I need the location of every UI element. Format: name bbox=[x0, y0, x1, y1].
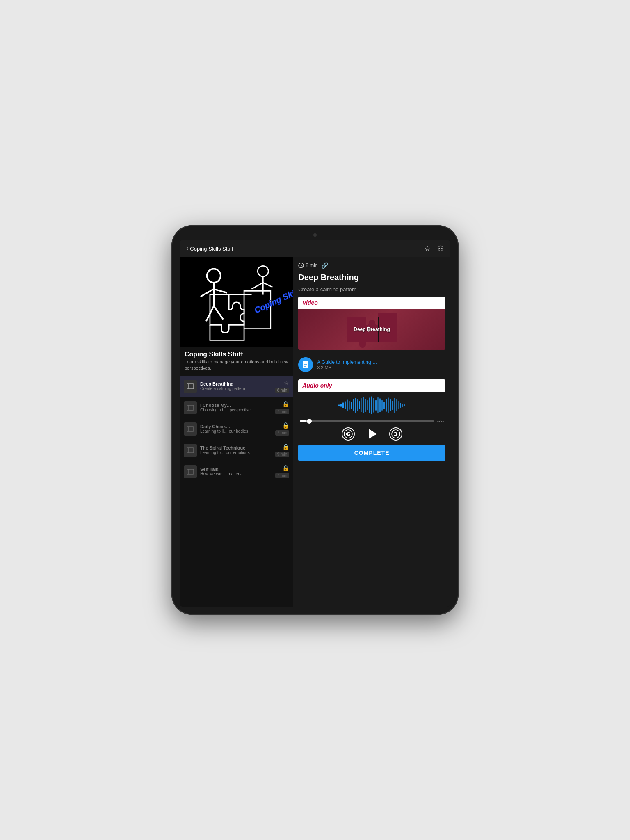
waveform-bar bbox=[386, 399, 387, 412]
video-thumbnail-text: Deep Breathing bbox=[354, 326, 390, 332]
lesson-info: The Spiral Technique Learning to… our em… bbox=[200, 445, 272, 455]
hero-image: Coping Skills Coping Skills bbox=[180, 257, 293, 347]
lesson-right: 🔒 7 min bbox=[275, 465, 289, 478]
tablet-screen: ‹ Coping Skills Stuff ☆ ⚇ bbox=[180, 240, 450, 607]
waveform-bar bbox=[377, 397, 379, 413]
document-icon bbox=[298, 357, 313, 372]
progress-filled bbox=[300, 420, 306, 422]
waveform-bar bbox=[365, 399, 366, 412]
star-icon[interactable]: ☆ bbox=[424, 244, 431, 253]
lock-icon: 🔒 bbox=[282, 401, 289, 407]
doc-title: A Guide to Implementing … bbox=[317, 359, 445, 365]
lesson-right: 🔒 7 min bbox=[275, 422, 289, 436]
lesson-title: I Choose My… bbox=[200, 403, 272, 408]
waveform-bar bbox=[349, 401, 350, 410]
svg-rect-19 bbox=[187, 448, 194, 453]
right-panel: 8 min 🔗 Deep Breathing Create a calming … bbox=[293, 257, 450, 607]
svg-rect-13 bbox=[187, 384, 194, 389]
lesson-info: Self Talk How we can… matters bbox=[200, 467, 272, 476]
list-item[interactable]: I Choose My… Choosing a b… perspective 🔒… bbox=[180, 397, 293, 418]
lesson-list: Deep Breathing Create a calming pattern … bbox=[180, 374, 293, 607]
lesson-info: I Choose My… Choosing a b… perspective bbox=[200, 403, 272, 412]
lesson-subtitle: Learning to… our emotions bbox=[200, 450, 272, 455]
nav-icons: ☆ ⚇ bbox=[424, 244, 444, 253]
lesson-info: Deep Breathing Create a calming pattern bbox=[200, 381, 272, 391]
waveform-bar bbox=[394, 398, 395, 413]
svg-rect-15 bbox=[187, 405, 194, 410]
lesson-icon bbox=[184, 465, 197, 478]
link-icon[interactable]: ⚇ bbox=[437, 244, 444, 253]
waveform-bar bbox=[340, 404, 342, 407]
rewind-button[interactable]: 15 bbox=[342, 427, 355, 441]
share-icon[interactable]: 🔗 bbox=[321, 262, 328, 269]
forward-button[interactable]: 15 bbox=[389, 427, 402, 441]
tablet-frame: ‹ Coping Skills Stuff ☆ ⚇ bbox=[171, 225, 459, 615]
waveform-bar bbox=[400, 403, 401, 408]
lesson-duration: 8 min bbox=[275, 388, 289, 393]
duration-label: 8 min bbox=[306, 262, 317, 268]
back-button[interactable]: ‹ Coping Skills Stuff bbox=[186, 245, 233, 252]
waveform-bar bbox=[402, 404, 403, 407]
svg-rect-21 bbox=[187, 469, 194, 474]
waveform-bar bbox=[388, 397, 389, 413]
lesson-subtitle: How we can… matters bbox=[200, 472, 272, 476]
waveform-bar bbox=[367, 400, 368, 410]
back-label: Coping Skills Stuff bbox=[190, 246, 233, 252]
audio-section: Audio only --:-- bbox=[298, 379, 445, 461]
svg-rect-17 bbox=[187, 427, 194, 431]
lesson-title: Daily Check… bbox=[200, 424, 272, 429]
svg-marker-34 bbox=[369, 429, 377, 439]
lesson-duration: 7 min bbox=[275, 409, 289, 414]
audio-label: Audio only bbox=[302, 382, 332, 389]
audio-controls: 15 bbox=[298, 427, 445, 441]
list-item[interactable]: The Spiral Technique Learning to… our em… bbox=[180, 440, 293, 461]
progress-bar[interactable] bbox=[300, 420, 434, 422]
waveform-bar bbox=[398, 401, 399, 409]
waveform-bar bbox=[361, 398, 362, 412]
document-item[interactable]: A Guide to Implementing … 3.2 MB bbox=[298, 354, 445, 375]
waveform-bar bbox=[383, 402, 385, 409]
lesson-icon bbox=[184, 401, 197, 414]
list-item[interactable]: Self Talk How we can… matters 🔒 7 min bbox=[180, 461, 293, 482]
duration-info: 8 min bbox=[298, 262, 317, 268]
waveform-bar bbox=[371, 396, 372, 414]
course-info: Coping Skills Stuff Learn skills to mana… bbox=[180, 347, 293, 374]
content-title: Deep Breathing bbox=[298, 273, 445, 282]
course-subtitle: Learn skills to manage your emotions and… bbox=[185, 359, 288, 372]
audio-waveform bbox=[298, 395, 445, 415]
waveform-bar bbox=[363, 397, 364, 413]
main-content: Coping Skills Coping Skills Coping Skill… bbox=[180, 257, 450, 607]
waveform-bar bbox=[390, 399, 391, 411]
waveform-bar bbox=[353, 399, 354, 411]
waveform-bar bbox=[379, 398, 381, 412]
audio-section-header: Audio only bbox=[298, 379, 445, 392]
lesson-icon bbox=[184, 422, 197, 436]
doc-size: 3.2 MB bbox=[317, 365, 445, 370]
lesson-title: Self Talk bbox=[200, 467, 272, 472]
svg-line-25 bbox=[301, 265, 302, 266]
nav-bar: ‹ Coping Skills Stuff ☆ ⚇ bbox=[180, 240, 450, 257]
file-icon bbox=[302, 361, 309, 369]
waveform-bar bbox=[355, 398, 356, 413]
lesson-title: Deep Breathing bbox=[200, 381, 272, 386]
list-item[interactable]: Deep Breathing Create a calming pattern … bbox=[180, 376, 293, 397]
star-icon[interactable]: ☆ bbox=[284, 379, 289, 386]
waveform-bar bbox=[357, 399, 358, 411]
video-thumbnail[interactable]: Deep Breathing bbox=[298, 309, 445, 350]
waveform-bar bbox=[404, 404, 405, 406]
play-button[interactable] bbox=[365, 427, 379, 441]
lesson-subtitle: Create a calming pattern bbox=[200, 386, 272, 391]
progress-time: --:-- bbox=[437, 419, 444, 423]
lesson-right: 🔒 9 min bbox=[275, 443, 289, 457]
complete-button[interactable]: COMPLETE bbox=[298, 445, 445, 461]
doc-info: A Guide to Implementing … 3.2 MB bbox=[317, 359, 445, 370]
lock-icon: 🔒 bbox=[282, 422, 289, 429]
waveform-bar bbox=[347, 399, 348, 411]
lesson-subtitle: Choosing a b… perspective bbox=[200, 408, 272, 412]
waveform-bar bbox=[345, 401, 346, 409]
list-item[interactable]: Daily Check… Learning to li… our bodies … bbox=[180, 418, 293, 440]
waveform-bar bbox=[392, 401, 393, 410]
waveform-bar bbox=[369, 397, 370, 413]
waveform-bar bbox=[373, 398, 374, 413]
progress-dot bbox=[307, 419, 312, 424]
